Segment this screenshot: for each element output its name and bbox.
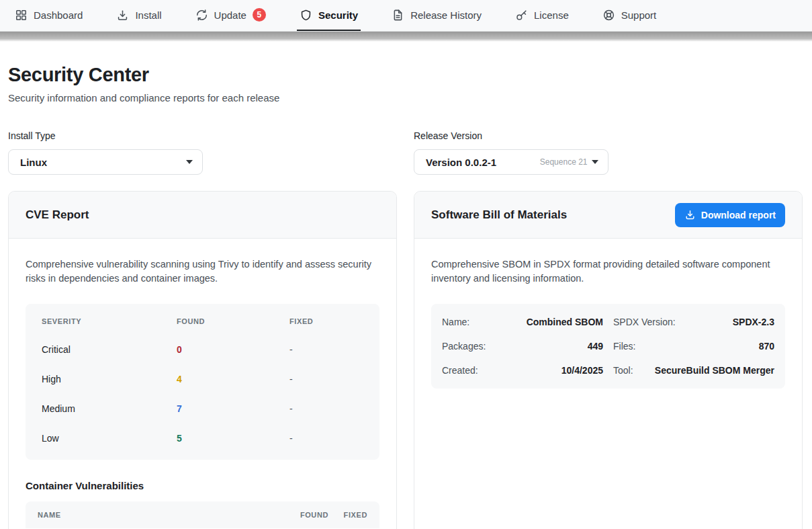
release-version-value: Version 0.0.2-1	[426, 157, 496, 168]
install-type-select[interactable]: Linux	[8, 149, 203, 175]
sbom-description: Comprehensive SBOM in SPDX format provid…	[431, 257, 785, 286]
sbom-info-grid: Name: Combined SBOM SPDX Version: SPDX-2…	[431, 304, 785, 389]
page-subtitle: Security information and compliance repo…	[8, 92, 803, 104]
page-title: Security Center	[8, 64, 803, 86]
found-col-header: FOUND	[177, 317, 289, 325]
nav-item-label: Security	[318, 9, 358, 21]
cve-report-description: Comprehensive vulnerability scanning usi…	[26, 257, 379, 286]
fixed-count: -	[289, 374, 363, 384]
release-version-select[interactable]: Version 0.0.2-1 Sequence 21	[414, 149, 608, 175]
nav-item-label: Support	[621, 9, 657, 21]
nav-item-install[interactable]: Install	[114, 0, 164, 31]
sbom-card: Software Bill of Materials Download repo…	[414, 191, 803, 529]
name-col-header: NAME	[38, 511, 278, 519]
release-version-label: Release Version	[414, 130, 803, 141]
nav-item-label: Dashboard	[34, 9, 83, 21]
sbom-title: Software Bill of Materials	[431, 208, 567, 222]
nav-item-license[interactable]: License	[512, 0, 572, 31]
sbom-info-label: Files:	[613, 341, 635, 352]
sbom-info-item: SPDX Version: SPDX-2.3	[613, 317, 774, 327]
sbom-info-value: 870	[759, 341, 774, 352]
fixed-col-header: FIXED	[289, 317, 363, 325]
sbom-info-label: Created:	[442, 365, 478, 376]
sbom-info-value: SPDX-2.3	[733, 317, 774, 327]
nav-item-update[interactable]: Update 5	[193, 0, 269, 31]
severity-label: Medium	[42, 403, 177, 414]
fixed-count: -	[289, 403, 363, 414]
chevron-down-icon	[186, 160, 193, 164]
download-report-label: Download report	[701, 210, 776, 220]
nav-item-label: Install	[135, 9, 161, 21]
download-icon	[684, 209, 696, 220]
top-navigation: Dashboard Install Update 5 Security Rele…	[0, 0, 812, 32]
found-count: 7	[177, 403, 289, 414]
sbom-info-value: 449	[588, 341, 603, 352]
sbom-info-item: Files: 870	[613, 341, 774, 352]
found-count: 0	[177, 344, 289, 355]
nav-item-support[interactable]: Support	[600, 0, 660, 31]
severity-table: SEVERITY FOUND FIXED Critical 0 - High 4…	[26, 304, 379, 460]
dashboard-icon	[15, 9, 28, 22]
table-row: Critical 0 -	[26, 335, 379, 364]
document-icon	[392, 9, 404, 22]
severity-col-header: SEVERITY	[42, 317, 177, 325]
sequence-hint: Sequence 21	[540, 157, 588, 167]
chevron-down-icon	[592, 160, 598, 164]
container-vulnerabilities-title: Container Vulnerabilities	[26, 480, 379, 491]
download-icon	[116, 9, 129, 22]
severity-table-header: SEVERITY FOUND FIXED	[26, 308, 379, 335]
table-row: Low 5 -	[26, 423, 379, 453]
sbom-info-label: Tool:	[613, 365, 633, 376]
install-type-value: Linux	[20, 157, 47, 168]
header-shadow	[0, 32, 812, 42]
sbom-info-value: SecureBuild SBOM Merger	[655, 365, 774, 376]
nav-item-label: Update	[214, 9, 246, 21]
key-icon	[515, 9, 528, 22]
install-type-label: Install Type	[8, 130, 397, 141]
found-col-header: FOUND	[278, 511, 328, 519]
fixed-col-header: FIXED	[328, 511, 367, 519]
sbom-info-item: Packages: 449	[442, 341, 603, 352]
sbom-info-label: Name:	[442, 317, 469, 327]
sbom-info-item: Created: 10/4/2025	[442, 365, 603, 376]
table-row: High 4 -	[26, 364, 379, 394]
sbom-info-value: Combined SBOM	[527, 317, 603, 327]
severity-label: Critical	[42, 344, 177, 355]
container-vulnerabilities-table-header: NAME FOUND FIXED	[26, 501, 379, 528]
table-row: Medium 7 -	[26, 394, 379, 423]
nav-item-security[interactable]: Security	[297, 0, 361, 31]
cve-report-title: CVE Report	[26, 208, 89, 222]
fixed-count: -	[289, 344, 363, 355]
cve-report-card: CVE Report Comprehensive vulnerability s…	[8, 191, 397, 529]
found-count: 5	[177, 433, 289, 444]
lifebuoy-icon	[602, 9, 615, 22]
sbom-info-label: SPDX Version:	[613, 317, 676, 327]
shield-icon	[300, 9, 312, 22]
nav-item-release-history[interactable]: Release History	[389, 0, 484, 31]
fixed-count: -	[289, 433, 363, 444]
update-count-badge: 5	[253, 8, 266, 22]
sbom-info-value: 10/4/2025	[561, 365, 603, 376]
severity-label: Low	[42, 433, 177, 444]
sbom-info-item: Tool: SecureBuild SBOM Merger	[613, 365, 774, 376]
sbom-info-item: Name: Combined SBOM	[442, 317, 603, 327]
download-report-button[interactable]: Download report	[675, 203, 785, 227]
sbom-info-label: Packages:	[442, 341, 486, 352]
found-count: 4	[177, 374, 289, 384]
nav-item-label: License	[534, 9, 569, 21]
refresh-icon	[195, 9, 208, 22]
nav-item-label: Release History	[410, 9, 482, 21]
severity-label: High	[42, 374, 177, 384]
filters-row: Install Type Linux Release Version Versi…	[8, 130, 803, 175]
nav-item-dashboard[interactable]: Dashboard	[12, 0, 85, 31]
